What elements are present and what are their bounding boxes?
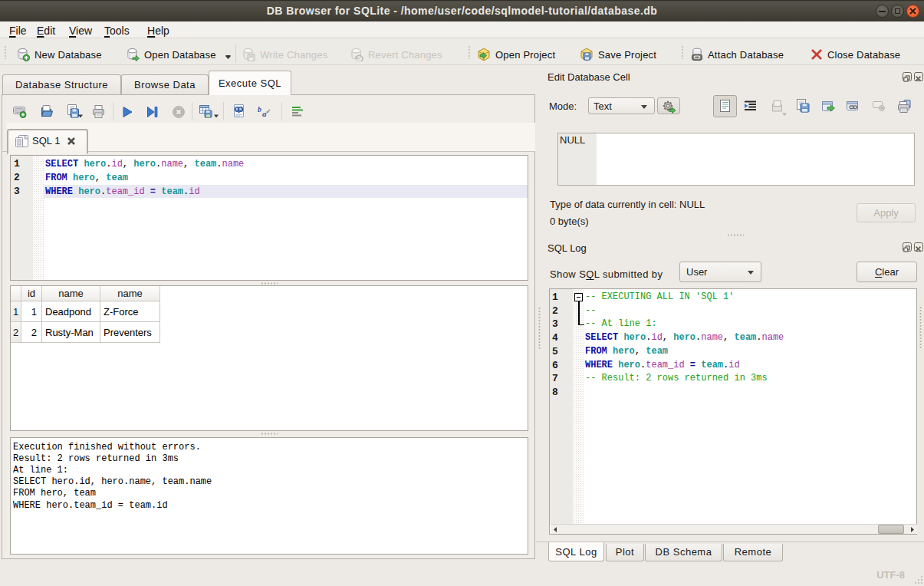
svg-text:a: a [262, 109, 267, 118]
svg-text:b: b [258, 105, 261, 114]
